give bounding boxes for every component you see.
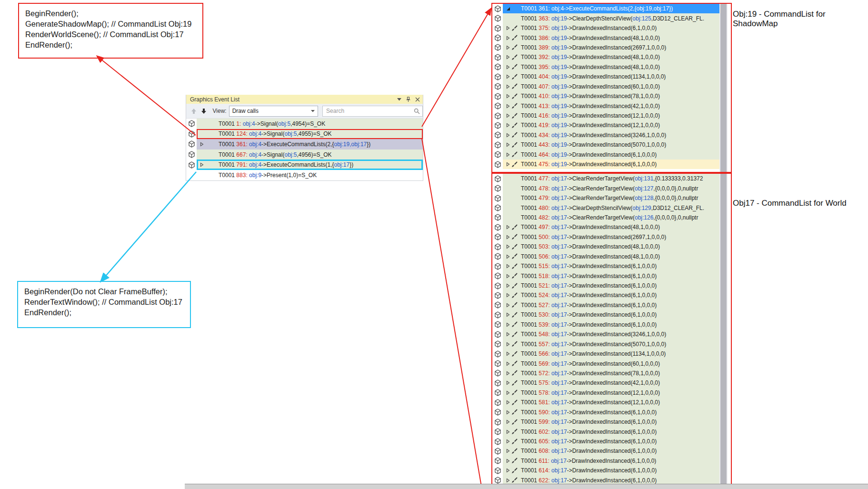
event-row[interactable]: T0001 124: obj:4->Signal(obj:5,4955)=S_O… [186, 129, 423, 140]
expand-icon[interactable] [199, 142, 205, 147]
expand-icon[interactable] [505, 390, 511, 395]
event-row[interactable]: T0001 883: obj:9->Present(1,0)=S_OK [186, 170, 423, 180]
expand-icon[interactable] [505, 36, 511, 40]
event-row[interactable]: T0001 434: obj:19->DrawIndexedInstanced(… [492, 130, 719, 140]
event-row[interactable]: T0001 407: obj:19->DrawIndexedInstanced(… [492, 82, 719, 91]
expand-icon[interactable] [505, 55, 511, 60]
view-filter-dropdown[interactable]: Draw calls [229, 106, 318, 117]
event-row[interactable]: T0001 475: obj:19->DrawIndexedInstanced(… [492, 160, 719, 169]
event-row[interactable]: T0001 530: obj:17->DrawIndexedInstanced(… [492, 310, 719, 319]
event-row[interactable]: T0001 527: obj:17->DrawIndexedInstanced(… [492, 300, 719, 310]
event-row[interactable]: T0001 605: obj:17->DrawIndexedInstanced(… [492, 437, 719, 446]
expand-icon[interactable] [505, 478, 511, 483]
event-row[interactable]: T0001 572: obj:17->DrawIndexedInstanced(… [492, 369, 719, 378]
event-row[interactable]: T0001 464: obj:19->DrawIndexedInstanced(… [492, 150, 719, 160]
event-row[interactable]: T0001 539: obj:17->DrawIndexedInstanced(… [492, 320, 719, 329]
event-row[interactable]: T0001 478: obj:17->ClearRenderTargetView… [492, 183, 719, 193]
event-row[interactable]: T0001 497: obj:17->DrawIndexedInstanced(… [492, 222, 719, 232]
event-row[interactable]: T0001 578: obj:17->DrawIndexedInstanced(… [492, 388, 719, 398]
expand-icon[interactable] [505, 133, 511, 138]
expand-icon[interactable] [505, 332, 511, 337]
expand-icon[interactable] [505, 439, 511, 444]
expand-icon[interactable] [505, 152, 511, 157]
expand-icon[interactable] [505, 400, 511, 405]
event-row[interactable]: T0001 392: obj:19->DrawIndexedInstanced(… [492, 52, 719, 62]
expand-icon[interactable] [505, 74, 511, 79]
expand-icon[interactable] [505, 254, 511, 259]
event-row[interactable]: T0001 479: obj:17->ClearRenderTargetView… [492, 193, 719, 203]
expand-icon[interactable] [505, 162, 511, 167]
expand-icon[interactable] [505, 235, 511, 240]
event-row[interactable]: T0001 515: obj:17->DrawIndexedInstanced(… [492, 261, 719, 271]
event-row[interactable]: T0001 518: obj:17->DrawIndexedInstanced(… [492, 271, 719, 280]
event-row[interactable]: T0001 361: obj:4->ExecuteCommandLists(2,… [492, 4, 719, 13]
expand-icon[interactable] [505, 264, 511, 269]
next-event-arrow-icon[interactable] [200, 108, 208, 114]
expand-icon[interactable] [505, 322, 511, 327]
event-row[interactable]: T0001 569: obj:17->DrawIndexedInstanced(… [492, 359, 719, 368]
expand-icon[interactable] [505, 142, 511, 147]
expand-icon[interactable] [505, 26, 511, 30]
expand-icon[interactable] [505, 351, 511, 356]
expand-icon[interactable] [199, 162, 205, 167]
event-row[interactable]: T0001 480: obj:17->ClearDepthStencilView… [492, 203, 719, 212]
expand-icon[interactable] [505, 361, 511, 366]
expand-icon[interactable] [505, 274, 511, 279]
event-row[interactable]: T0001 500: obj:17->DrawIndexedInstanced(… [492, 232, 719, 242]
expand-icon[interactable] [505, 45, 511, 50]
window-position-icon[interactable] [397, 98, 401, 101]
event-row[interactable]: T0001 404: obj:19->DrawIndexedInstanced(… [492, 72, 719, 81]
previous-event-arrow-icon[interactable] [190, 108, 198, 114]
event-row[interactable]: T0001 557: obj:17->DrawIndexedInstanced(… [492, 339, 719, 349]
expand-icon[interactable] [505, 283, 511, 288]
expand-icon[interactable] [505, 84, 511, 89]
event-row[interactable]: T0001 614: obj:17->DrawIndexedInstanced(… [492, 466, 719, 475]
expand-icon[interactable] [505, 225, 511, 230]
event-row[interactable]: T0001 521: obj:17->DrawIndexedInstanced(… [492, 281, 719, 290]
pin-icon[interactable] [406, 97, 411, 102]
event-row[interactable]: T0001 667: obj:4->Signal(obj:5,4956)=S_O… [186, 150, 423, 160]
event-row[interactable]: T0001 386: obj:19->DrawIndexedInstanced(… [492, 33, 719, 42]
panel-title-bar[interactable]: Graphics Event List [186, 95, 423, 104]
event-row[interactable]: T0001 410: obj:19->DrawIndexedInstanced(… [492, 91, 719, 101]
event-row[interactable]: T0001 363: obj:19->ClearDepthStencilView… [492, 13, 719, 23]
expand-icon[interactable] [505, 429, 511, 434]
expand-icon[interactable] [505, 113, 511, 118]
event-row[interactable]: T0001 524: obj:17->DrawIndexedInstanced(… [492, 290, 719, 300]
expand-icon[interactable] [505, 65, 511, 70]
event-row[interactable]: T0001 581: obj:17->DrawIndexedInstanced(… [492, 398, 719, 407]
expand-icon[interactable] [505, 371, 511, 376]
bottom-scrollbar-strip[interactable] [185, 484, 868, 489]
expand-icon[interactable] [505, 123, 511, 128]
event-row[interactable]: T0001 590: obj:17->DrawIndexedInstanced(… [492, 408, 719, 417]
event-row[interactable]: T0001 566: obj:17->DrawIndexedInstanced(… [492, 349, 719, 359]
event-row[interactable]: T0001 395: obj:19->DrawIndexedInstanced(… [492, 62, 719, 72]
event-row[interactable]: T0001 482: obj:17->ClearRenderTargetView… [492, 213, 719, 222]
expand-icon[interactable] [505, 303, 511, 308]
expand-icon[interactable] [505, 244, 511, 249]
event-row[interactable]: T0001 477: obj:17->ClearRenderTargetView… [492, 174, 719, 183]
expand-icon[interactable] [505, 293, 511, 298]
event-row[interactable]: T0001 419: obj:19->DrawIndexedInstanced(… [492, 120, 719, 130]
event-row[interactable]: T0001 413: obj:19->DrawIndexedInstanced(… [492, 101, 719, 110]
event-row[interactable]: T0001 791: obj:4->ExecuteCommandLists(1,… [186, 160, 423, 170]
event-row[interactable]: T0001 443: obj:19->DrawIndexedInstanced(… [492, 140, 719, 150]
event-row[interactable]: T0001 506: obj:17->DrawIndexedInstanced(… [492, 252, 719, 261]
event-row[interactable]: T0001 375: obj:19->DrawIndexedInstanced(… [492, 23, 719, 33]
event-row[interactable]: T0001 503: obj:17->DrawIndexedInstanced(… [492, 242, 719, 251]
event-row[interactable]: T0001 611: obj:17->DrawIndexedInstanced(… [492, 456, 719, 466]
collapse-icon[interactable] [505, 7, 511, 11]
event-row[interactable]: T0001 548: obj:17->DrawIndexedInstanced(… [492, 329, 719, 339]
expand-icon[interactable] [505, 459, 511, 463]
search-input[interactable] [325, 107, 414, 115]
expand-icon[interactable] [505, 312, 511, 317]
search-box[interactable] [322, 106, 423, 117]
event-row[interactable]: T0001 416: obj:19->DrawIndexedInstanced(… [492, 111, 719, 120]
event-row[interactable]: T0001 361: obj:4->ExecuteCommandLists(2,… [186, 139, 423, 150]
event-row[interactable]: T0001 575: obj:17->DrawIndexedInstanced(… [492, 378, 719, 388]
expand-icon[interactable] [505, 468, 511, 473]
event-row[interactable]: T0001 599: obj:17->DrawIndexedInstanced(… [492, 417, 719, 427]
expand-icon[interactable] [505, 104, 511, 109]
expand-icon[interactable] [505, 380, 511, 385]
event-row[interactable]: T0001 389: obj:19->DrawIndexedInstanced(… [492, 43, 719, 52]
